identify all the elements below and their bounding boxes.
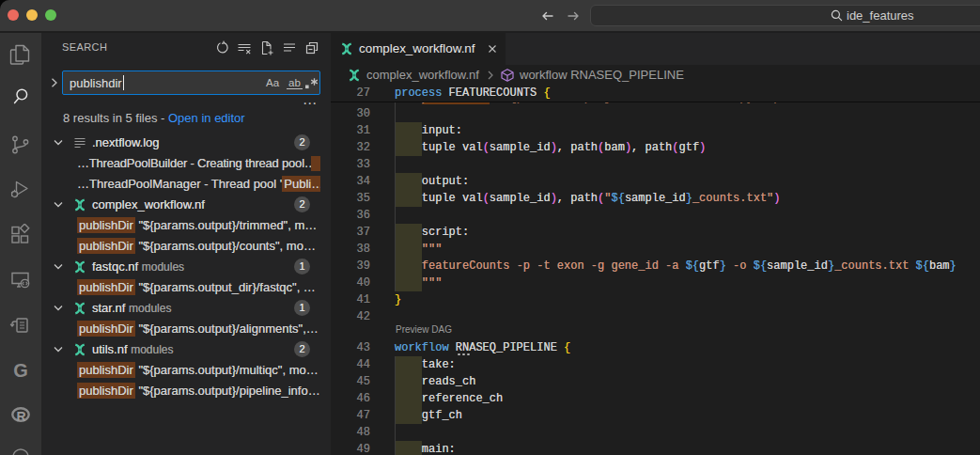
svg-text:R: R [17,409,26,424]
